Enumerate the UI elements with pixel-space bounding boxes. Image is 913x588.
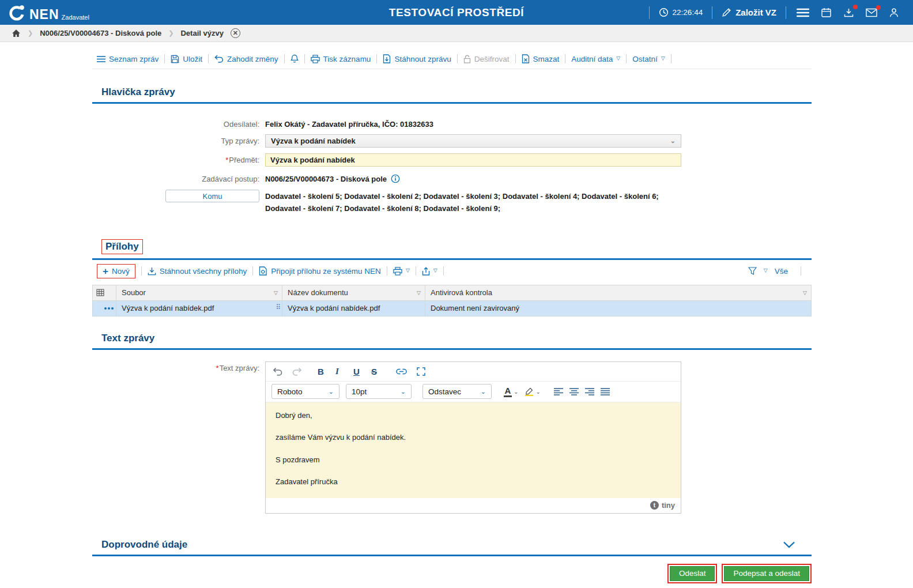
export-icon: [422, 267, 430, 276]
save-button[interactable]: Uložit: [171, 55, 202, 63]
section-title-extra: Doprovodné údaje: [92, 539, 812, 551]
message-type-label: Typ zprávy:: [92, 134, 265, 145]
underline-button[interactable]: U: [353, 367, 361, 376]
info-icon[interactable]: [391, 174, 400, 183]
notifications-button[interactable]: [290, 54, 299, 63]
toolbar-separator: [416, 266, 416, 276]
topbar-separator: [786, 6, 786, 19]
list-messages-button[interactable]: Seznam zpráv: [97, 55, 159, 63]
attach-from-nen-button[interactable]: Připojit přílohu ze systému NEN: [259, 266, 381, 276]
column-chooser-header[interactable]: [93, 285, 116, 300]
column-filter-icon[interactable]: ▽: [803, 290, 807, 296]
font-size-select[interactable]: 10pt ⌄: [346, 384, 412, 399]
show-all-filter[interactable]: Vše: [775, 267, 788, 276]
redo-icon[interactable]: [292, 367, 302, 376]
download-message-button[interactable]: Stáhnout zprávu: [383, 54, 451, 63]
new-attachment-button[interactable]: + Nový: [97, 264, 135, 278]
discard-changes-label: Zahodit změny: [227, 55, 278, 63]
download-icon: [148, 267, 156, 276]
send-button[interactable]: Odeslat: [670, 566, 715, 581]
message-body-editable[interactable]: Dobrý den, zasíláme Vám výzvu k podání n…: [266, 402, 681, 498]
message-line: S pozdravem: [276, 455, 671, 464]
chevron-down-icon: ⌄: [670, 137, 676, 145]
chevron-down-icon: ⌄: [514, 389, 518, 395]
align-center-icon[interactable]: [569, 388, 579, 395]
list-icon: [97, 55, 105, 63]
calendar-icon[interactable]: [820, 6, 833, 19]
align-right-icon[interactable]: [585, 388, 594, 395]
required-marker: *: [225, 156, 228, 164]
downloads-icon[interactable]: [842, 6, 855, 19]
close-tab-icon[interactable]: ✕: [231, 28, 240, 38]
download-document-icon: [383, 54, 391, 63]
form-row-message-type: Typ zprávy: Výzva k podání nabídek ⌄: [92, 134, 812, 148]
column-header-file[interactable]: Soubor ▽: [116, 285, 282, 300]
align-left-icon[interactable]: [554, 388, 563, 395]
print-attachments-button[interactable]: ▽: [393, 267, 410, 276]
filter-triangle-icon[interactable]: ▽: [764, 267, 768, 273]
sender-label: Odesílatel:: [92, 118, 265, 129]
breadcrumb: ❯ N006/25/V00004673 - Disková pole ❯ Det…: [0, 25, 913, 42]
message-type-select[interactable]: Výzva k podání nabídek ⌄: [265, 134, 681, 148]
italic-button[interactable]: I: [335, 367, 344, 376]
block-format-select[interactable]: Odstavec ⌄: [422, 384, 492, 399]
home-icon[interactable]: [12, 29, 21, 37]
toolbar-separator: [443, 266, 444, 276]
tiny-brand[interactable]: tiny: [662, 501, 675, 510]
other-button[interactable]: Ostatní ▽: [632, 55, 665, 63]
subject-input[interactable]: [265, 153, 681, 167]
audit-data-button[interactable]: Auditní data ▽: [571, 55, 620, 63]
printer-icon: [311, 55, 320, 63]
procedure-label: Zadávací postup:: [92, 172, 265, 183]
print-record-button[interactable]: Tisk záznamu: [311, 55, 371, 63]
message-line: zasíláme Vám výzvu k podání nabídek.: [276, 433, 671, 442]
export-attachments-button[interactable]: ▽: [422, 267, 437, 276]
highlight-color-button[interactable]: ⌄: [525, 387, 540, 396]
attachments-table: Soubor ▽ Název dokumentu ▽ Antivirová ko…: [92, 285, 812, 316]
bell-icon: [290, 54, 299, 63]
bold-button[interactable]: B: [318, 367, 326, 376]
chevron-down-icon: ⌄: [481, 388, 486, 395]
recipients-button[interactable]: Komu: [165, 190, 259, 202]
align-justify-icon[interactable]: [601, 388, 610, 395]
menu-icon[interactable]: [795, 7, 810, 18]
column-filter-icon[interactable]: ▽: [274, 290, 278, 296]
dropdown-triangle-icon: ▽: [661, 55, 665, 61]
link-icon[interactable]: [396, 368, 407, 375]
dropdown-triangle-icon: ▽: [616, 55, 620, 61]
discard-changes-button[interactable]: Zahodit změny: [214, 55, 278, 63]
dropdown-triangle-icon: ▽: [433, 267, 437, 273]
fullscreen-icon[interactable]: [417, 367, 425, 376]
column-header-antivirus[interactable]: Antivirová kontrola ▽: [425, 285, 812, 300]
audit-data-label: Auditní data: [571, 55, 613, 63]
messages-icon[interactable]: [865, 7, 878, 18]
user-icon[interactable]: [888, 6, 900, 19]
delete-button[interactable]: Smazat: [522, 54, 560, 63]
delete-label: Smazat: [533, 55, 560, 63]
funnel-icon[interactable]: [748, 267, 757, 275]
drag-handle-icon[interactable]: ⠿: [276, 304, 281, 311]
attachment-row[interactable]: Výzva k podání nabídek.pdf ⠿ Výzva k pod…: [93, 300, 812, 316]
toolbar-separator: [164, 54, 165, 63]
sign-and-send-button[interactable]: Podepsat a odeslat: [724, 566, 809, 581]
nen-logo[interactable]: NEN Zadavatel: [8, 4, 89, 21]
strikethrough-button[interactable]: S: [371, 367, 379, 376]
row-menu-cell[interactable]: [93, 300, 116, 316]
required-marker: *: [216, 364, 219, 372]
font-family-select[interactable]: Roboto ⌄: [271, 384, 339, 399]
column-header-doc-name[interactable]: Název dokumentu ▽: [282, 285, 425, 300]
create-vz-button[interactable]: Založit VZ: [722, 7, 776, 17]
document-gear-icon: [259, 266, 267, 276]
expand-section-icon[interactable]: [783, 541, 795, 548]
column-filter-icon[interactable]: ▽: [417, 290, 421, 296]
undo-icon[interactable]: [273, 367, 282, 376]
breadcrumb-item-procedure[interactable]: N006/25/V00004673 - Disková pole: [40, 29, 161, 37]
brand-subtitle: Zadavatel: [62, 14, 89, 21]
download-all-attachments-button[interactable]: Stáhnout všechny přílohy: [148, 267, 247, 276]
attachment-antivirus-cell: Dokument není zavirovaný: [425, 300, 812, 316]
editor-status-bar: t tiny: [266, 498, 681, 513]
section-rule: [92, 555, 812, 556]
toolbar-separator: [284, 54, 285, 63]
breadcrumb-item-current[interactable]: Detail výzvy: [180, 29, 223, 37]
text-color-button[interactable]: A⌄: [504, 386, 518, 397]
